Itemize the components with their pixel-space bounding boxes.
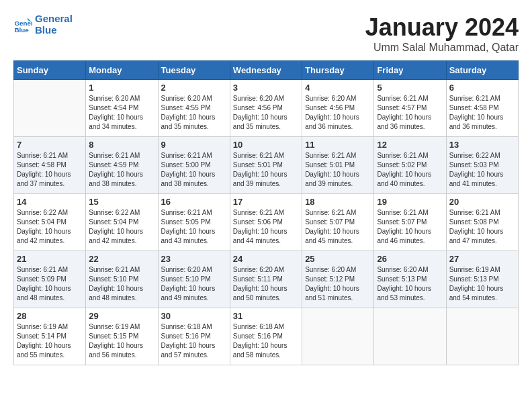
day-cell-10: 10Sunrise: 6:21 AM Sunset: 5:01 PM Dayli… [230, 137, 302, 194]
day-info: Sunrise: 6:21 AM Sunset: 5:10 PM Dayligh… [89, 265, 154, 303]
day-cell-20: 20Sunrise: 6:21 AM Sunset: 5:08 PM Dayli… [446, 194, 518, 251]
day-info: Sunrise: 6:18 AM Sunset: 5:16 PM Dayligh… [161, 322, 227, 360]
header-cell-tuesday: Tuesday [158, 61, 230, 80]
day-cell-14: 14Sunrise: 6:22 AM Sunset: 5:04 PM Dayli… [14, 194, 86, 251]
day-info: Sunrise: 6:21 AM Sunset: 5:06 PM Dayligh… [233, 208, 299, 246]
day-cell-21: 21Sunrise: 6:21 AM Sunset: 5:09 PM Dayli… [14, 251, 86, 308]
day-number: 17 [233, 197, 299, 207]
header-row: SundayMondayTuesdayWednesdayThursdayFrid… [14, 61, 519, 80]
day-number: 23 [161, 254, 227, 264]
day-cell-18: 18Sunrise: 6:21 AM Sunset: 5:07 PM Dayli… [302, 194, 374, 251]
week-row-5: 28Sunrise: 6:19 AM Sunset: 5:14 PM Dayli… [14, 308, 519, 365]
day-number: 25 [305, 254, 371, 264]
day-cell-3: 3Sunrise: 6:20 AM Sunset: 4:56 PM Daylig… [230, 80, 302, 137]
logo: General Blue General Blue [13, 13, 73, 36]
day-info: Sunrise: 6:22 AM Sunset: 5:04 PM Dayligh… [17, 208, 83, 246]
day-number: 13 [449, 140, 515, 150]
day-number: 30 [161, 311, 227, 321]
header-cell-sunday: Sunday [14, 61, 86, 80]
day-cell-23: 23Sunrise: 6:20 AM Sunset: 5:10 PM Dayli… [158, 251, 230, 308]
week-row-4: 21Sunrise: 6:21 AM Sunset: 5:09 PM Dayli… [14, 251, 519, 308]
day-number: 11 [305, 140, 371, 150]
day-info: Sunrise: 6:21 AM Sunset: 5:00 PM Dayligh… [161, 151, 227, 189]
day-number: 12 [377, 140, 443, 150]
day-number: 26 [377, 254, 443, 264]
day-cell-4: 4Sunrise: 6:20 AM Sunset: 4:56 PM Daylig… [302, 80, 374, 137]
day-info: Sunrise: 6:21 AM Sunset: 4:58 PM Dayligh… [449, 94, 515, 132]
day-number: 21 [17, 254, 83, 264]
header-cell-wednesday: Wednesday [230, 61, 302, 80]
day-number: 19 [377, 197, 443, 207]
day-info: Sunrise: 6:20 AM Sunset: 4:56 PM Dayligh… [305, 94, 371, 132]
day-info: Sunrise: 6:18 AM Sunset: 5:16 PM Dayligh… [233, 322, 299, 360]
day-number: 8 [89, 140, 154, 150]
day-info: Sunrise: 6:21 AM Sunset: 4:57 PM Dayligh… [377, 94, 443, 132]
day-number: 16 [161, 197, 227, 207]
day-info: Sunrise: 6:20 AM Sunset: 5:10 PM Dayligh… [161, 265, 227, 303]
day-cell-17: 17Sunrise: 6:21 AM Sunset: 5:06 PM Dayli… [230, 194, 302, 251]
day-number: 24 [233, 254, 299, 264]
day-number: 9 [161, 140, 227, 150]
logo-icon: General Blue [13, 15, 32, 34]
day-info: Sunrise: 6:21 AM Sunset: 5:01 PM Dayligh… [305, 151, 371, 189]
day-info: Sunrise: 6:21 AM Sunset: 5:09 PM Dayligh… [17, 265, 83, 303]
day-info: Sunrise: 6:22 AM Sunset: 5:04 PM Dayligh… [89, 208, 154, 246]
day-info: Sunrise: 6:20 AM Sunset: 4:54 PM Dayligh… [89, 94, 154, 132]
month-title: January 2024 [365, 13, 519, 42]
day-info: Sunrise: 6:21 AM Sunset: 5:08 PM Dayligh… [449, 208, 515, 246]
day-number: 4 [305, 83, 371, 93]
day-cell-28: 28Sunrise: 6:19 AM Sunset: 5:14 PM Dayli… [14, 308, 86, 365]
day-info: Sunrise: 6:21 AM Sunset: 5:07 PM Dayligh… [305, 208, 371, 246]
header-cell-monday: Monday [86, 61, 158, 80]
location-title: Umm Salal Muhammad, Qatar [365, 42, 519, 54]
empty-cell [446, 308, 518, 365]
day-cell-6: 6Sunrise: 6:21 AM Sunset: 4:58 PM Daylig… [446, 80, 518, 137]
day-info: Sunrise: 6:21 AM Sunset: 5:05 PM Dayligh… [161, 208, 227, 246]
day-info: Sunrise: 6:19 AM Sunset: 5:13 PM Dayligh… [449, 265, 515, 303]
header-cell-friday: Friday [374, 61, 446, 80]
day-cell-1: 1Sunrise: 6:20 AM Sunset: 4:54 PM Daylig… [86, 80, 158, 137]
logo-line2: Blue [35, 25, 73, 36]
day-info: Sunrise: 6:21 AM Sunset: 5:07 PM Dayligh… [377, 208, 443, 246]
day-info: Sunrise: 6:20 AM Sunset: 4:56 PM Dayligh… [233, 94, 299, 132]
day-cell-7: 7Sunrise: 6:21 AM Sunset: 4:58 PM Daylig… [14, 137, 86, 194]
day-number: 18 [305, 197, 371, 207]
day-cell-26: 26Sunrise: 6:20 AM Sunset: 5:13 PM Dayli… [374, 251, 446, 308]
day-number: 15 [89, 197, 154, 207]
day-info: Sunrise: 6:20 AM Sunset: 4:55 PM Dayligh… [161, 94, 227, 132]
day-cell-16: 16Sunrise: 6:21 AM Sunset: 5:05 PM Dayli… [158, 194, 230, 251]
day-info: Sunrise: 6:20 AM Sunset: 5:11 PM Dayligh… [233, 265, 299, 303]
day-cell-25: 25Sunrise: 6:20 AM Sunset: 5:12 PM Dayli… [302, 251, 374, 308]
day-info: Sunrise: 6:21 AM Sunset: 4:58 PM Dayligh… [17, 151, 83, 189]
day-number: 31 [233, 311, 299, 321]
day-number: 3 [233, 83, 299, 93]
day-number: 2 [161, 83, 227, 93]
day-cell-19: 19Sunrise: 6:21 AM Sunset: 5:07 PM Dayli… [374, 194, 446, 251]
day-cell-27: 27Sunrise: 6:19 AM Sunset: 5:13 PM Dayli… [446, 251, 518, 308]
day-number: 27 [449, 254, 515, 264]
week-row-1: 1Sunrise: 6:20 AM Sunset: 4:54 PM Daylig… [14, 80, 519, 137]
day-number: 10 [233, 140, 299, 150]
day-cell-30: 30Sunrise: 6:18 AM Sunset: 5:16 PM Dayli… [158, 308, 230, 365]
week-row-3: 14Sunrise: 6:22 AM Sunset: 5:04 PM Dayli… [14, 194, 519, 251]
day-number: 5 [377, 83, 443, 93]
day-number: 7 [17, 140, 83, 150]
day-number: 29 [89, 311, 154, 321]
title-area: January 2024 Umm Salal Muhammad, Qatar [365, 13, 519, 54]
day-number: 6 [449, 83, 515, 93]
empty-cell [302, 308, 374, 365]
day-number: 28 [17, 311, 83, 321]
day-info: Sunrise: 6:21 AM Sunset: 5:01 PM Dayligh… [233, 151, 299, 189]
day-cell-2: 2Sunrise: 6:20 AM Sunset: 4:55 PM Daylig… [158, 80, 230, 137]
day-info: Sunrise: 6:21 AM Sunset: 4:59 PM Dayligh… [89, 151, 154, 189]
header-cell-thursday: Thursday [302, 61, 374, 80]
day-info: Sunrise: 6:19 AM Sunset: 5:14 PM Dayligh… [17, 322, 83, 360]
header-cell-saturday: Saturday [446, 61, 518, 80]
day-cell-24: 24Sunrise: 6:20 AM Sunset: 5:11 PM Dayli… [230, 251, 302, 308]
day-cell-11: 11Sunrise: 6:21 AM Sunset: 5:01 PM Dayli… [302, 137, 374, 194]
day-cell-13: 13Sunrise: 6:22 AM Sunset: 5:03 PM Dayli… [446, 137, 518, 194]
day-cell-5: 5Sunrise: 6:21 AM Sunset: 4:57 PM Daylig… [374, 80, 446, 137]
day-number: 20 [449, 197, 515, 207]
empty-cell [374, 308, 446, 365]
day-cell-8: 8Sunrise: 6:21 AM Sunset: 4:59 PM Daylig… [86, 137, 158, 194]
